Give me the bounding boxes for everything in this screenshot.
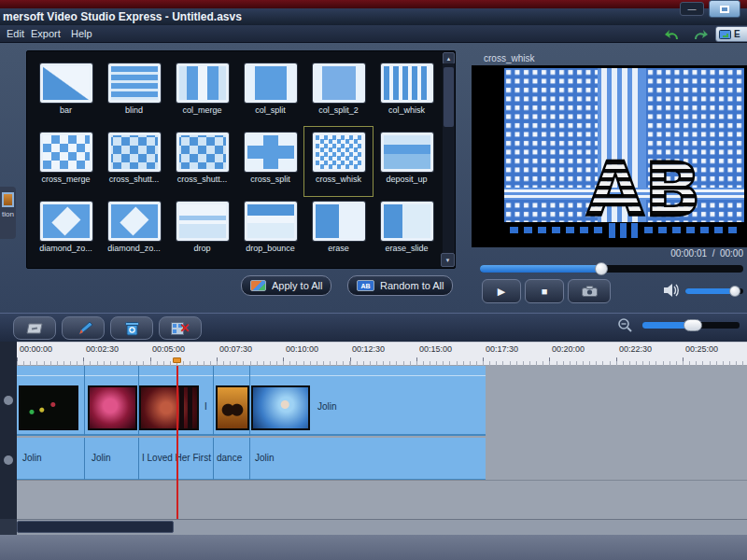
playhead-line[interactable] xyxy=(176,366,178,519)
transition-item-drop-bounce[interactable]: drop_bounce xyxy=(236,196,304,265)
transition-label: erase xyxy=(328,244,349,253)
transition-item-col-split-2[interactable]: col_split_2 xyxy=(304,58,373,127)
transition-item-bar[interactable]: bar xyxy=(32,58,100,127)
volume-slider[interactable] xyxy=(685,288,743,294)
random-to-all-button[interactable]: AB Random to All xyxy=(347,275,453,296)
menu-help[interactable]: Help xyxy=(71,28,92,39)
transition-item-col-split[interactable]: col_split xyxy=(236,58,304,127)
delete-transition-button[interactable]: ✕ xyxy=(159,316,202,340)
maximize-button[interactable] xyxy=(709,0,740,18)
title-track-icon xyxy=(4,455,13,465)
title-clip[interactable]: Jolin xyxy=(255,453,275,463)
horizontal-scrollbar-thumb[interactable] xyxy=(17,521,174,533)
video-clip-thumbnail[interactable] xyxy=(251,385,310,430)
transition-item-cross-merge[interactable]: cross_merge xyxy=(32,127,100,196)
transition-item-diamond-zoom-2[interactable]: diamond_zo... xyxy=(100,196,168,265)
clip-boundary xyxy=(84,366,85,436)
transition-item-cross-whisk-selected[interactable]: cross_whisk xyxy=(304,127,373,196)
scroll-down-button[interactable]: ▼ xyxy=(441,253,455,267)
transition-item-diamond-zoom-1[interactable]: diamond_zo... xyxy=(32,196,100,265)
transition-tab-label: tion xyxy=(2,210,14,218)
transition-label: col_split_2 xyxy=(318,105,359,115)
transition-label: drop_bounce xyxy=(246,244,295,253)
transition-item-drop[interactable]: drop xyxy=(168,196,236,265)
bottom-panel xyxy=(0,535,747,560)
undo-icon[interactable] xyxy=(663,27,682,42)
play-button[interactable]: ▶ xyxy=(482,279,521,303)
video-track[interactable]: I Jolin xyxy=(17,366,486,436)
export-screen-icon xyxy=(719,30,731,39)
apply-to-all-label: Apply to All xyxy=(272,280,322,291)
preview-seekbar[interactable] xyxy=(480,265,743,273)
ruler-tick-label: 00:05:00 xyxy=(152,344,185,354)
transition-thumbnail-icon xyxy=(313,133,365,172)
transition-preview-frame: AB xyxy=(504,68,744,245)
snapshot-button[interactable] xyxy=(568,279,611,303)
video-clip-text: I xyxy=(204,401,207,412)
ruler-tick-label: 00:22:30 xyxy=(619,344,652,354)
title-clip[interactable]: Jolin xyxy=(22,453,42,463)
playhead-marker[interactable] xyxy=(173,357,181,363)
transition-item-col-merge[interactable]: col_merge xyxy=(168,58,236,127)
seekbar-thumb[interactable] xyxy=(595,262,608,275)
transition-item-erase-slide[interactable]: erase_slide xyxy=(373,196,441,265)
transition-thumbnail-icon xyxy=(176,202,229,241)
ruler-tick-label: 00:07:30 xyxy=(219,344,252,354)
transitions-scrollbar-thumb[interactable] xyxy=(444,67,454,127)
timecode-total: 00:00 xyxy=(720,248,743,259)
cut-clip-button[interactable] xyxy=(13,316,56,340)
transition-thumbnail-icon xyxy=(40,63,92,103)
window-title: mersoft Video Studio Express - Untitled.… xyxy=(0,8,747,25)
transition-item-cross-split[interactable]: cross_split xyxy=(236,127,304,196)
title-clip[interactable]: dance xyxy=(217,453,248,463)
timeline-zoom-slider[interactable] xyxy=(642,322,740,329)
transition-label: cross_shutt... xyxy=(109,175,160,184)
play-icon: ▶ xyxy=(498,286,505,298)
transition-label: col_whisk xyxy=(388,105,425,115)
transition-label: blind xyxy=(125,105,143,115)
volume-thumb[interactable] xyxy=(729,286,740,297)
stop-button[interactable]: ■ xyxy=(525,279,564,303)
transition-thumbnail-icon xyxy=(40,202,92,241)
menu-export[interactable]: Export xyxy=(31,28,61,39)
transition-thumbnail-icon xyxy=(245,63,297,103)
transition-item-erase[interactable]: erase xyxy=(304,196,373,265)
title-clip[interactable]: Jolin xyxy=(92,453,111,463)
transition-thumbnail-icon xyxy=(381,202,433,241)
timecode-separator: / xyxy=(712,248,715,259)
transition-item-deposit-up[interactable]: deposit_up xyxy=(373,127,441,196)
preview-video-area: AB xyxy=(472,65,747,247)
video-clip-thumbnail[interactable] xyxy=(88,385,137,430)
redo-icon[interactable] xyxy=(691,27,710,42)
video-clip-thumbnail[interactable] xyxy=(139,385,199,430)
transition-item-blind[interactable]: blind xyxy=(100,58,168,127)
transition-label: cross_merge xyxy=(41,175,90,184)
apply-to-all-button[interactable]: Apply to All xyxy=(241,275,331,296)
zoom-out-icon[interactable] xyxy=(617,317,633,333)
transition-thumbnail-icon xyxy=(108,133,161,172)
minimize-button[interactable]: — xyxy=(680,2,704,16)
transition-item-cross-shutter-1[interactable]: cross_shutt... xyxy=(100,127,168,196)
sidebar-tab-transition[interactable]: tion xyxy=(0,187,16,239)
clip-boundary xyxy=(213,438,214,480)
preview-timecode: 00:00:01 / 00:00 xyxy=(560,248,743,259)
menu-edit[interactable]: Edit xyxy=(7,28,24,39)
edit-clip-button[interactable] xyxy=(62,316,105,340)
razor-icon xyxy=(25,322,44,335)
transition-item-col-whisk[interactable]: col_whisk xyxy=(373,58,441,127)
delete-clip-button[interactable] xyxy=(110,316,153,340)
video-clip-thumbnail[interactable] xyxy=(216,385,249,430)
transition-label: drop xyxy=(193,244,210,253)
transition-item-cross-shutter-2[interactable]: cross_shutt... xyxy=(168,127,236,196)
apply-to-all-icon xyxy=(250,280,266,291)
timeline-zoom-thumb[interactable] xyxy=(684,319,702,331)
transition-thumbnail-icon xyxy=(245,202,297,241)
video-clip-thumbnail[interactable] xyxy=(19,385,78,430)
video-track-divider xyxy=(17,375,486,376)
transition-tab-icon xyxy=(2,192,14,207)
camera-icon xyxy=(582,286,598,297)
export-button[interactable]: E xyxy=(715,26,747,42)
title-track[interactable]: Jolin Jolin I Loved Her First dance Joli… xyxy=(17,438,486,480)
speaker-icon[interactable] xyxy=(663,283,680,298)
preview-clip-label: cross_whisk xyxy=(484,53,534,63)
